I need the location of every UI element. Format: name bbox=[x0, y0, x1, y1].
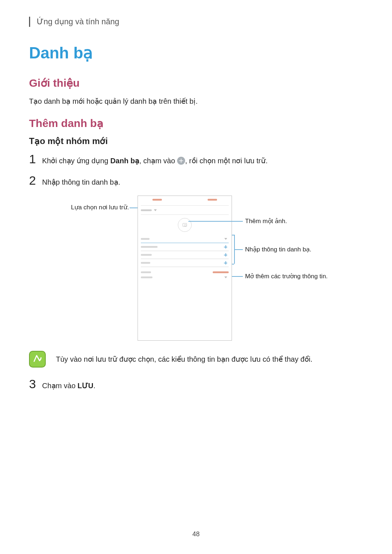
chevron-down-icon bbox=[224, 238, 227, 240]
step-3: 3 Chạm vào LƯU. bbox=[29, 378, 363, 391]
mock-save-chip bbox=[208, 199, 217, 201]
mock-header bbox=[138, 196, 232, 205]
callout-more: Mở thêm các trường thông tin. bbox=[245, 272, 328, 280]
step-number: 1 bbox=[29, 153, 42, 165]
plus-small-icon bbox=[224, 261, 227, 264]
step-3-text: Chạm vào LƯU. bbox=[42, 380, 95, 391]
mock-cancel-chip bbox=[152, 199, 162, 201]
step-1-text-c: , rồi chọn một nơi lưu trữ. bbox=[185, 157, 268, 165]
mock-screenshot bbox=[138, 196, 232, 341]
plus-small-icon bbox=[224, 253, 227, 257]
callout-storage: Lựa chọn nơi lưu trữ. bbox=[71, 204, 129, 211]
step-1: 1 Khởi chạy ứng dụng Danh bạ, chạm vào ,… bbox=[29, 153, 363, 166]
mock-group-row bbox=[141, 268, 229, 276]
step-number: 3 bbox=[29, 378, 42, 390]
callout-photo: Thêm một ảnh. bbox=[245, 217, 287, 225]
steps-list-continued: 3 Chạm vào LƯU. bbox=[29, 378, 363, 391]
callout-fields: Nhập thông tin danh bạ. bbox=[245, 246, 311, 253]
step-3-save-label: LƯU bbox=[78, 382, 94, 390]
step-3-text-b: . bbox=[93, 382, 95, 390]
chevron-down-icon bbox=[224, 276, 227, 278]
mock-phone-field bbox=[141, 251, 229, 259]
note-text: Tùy vào nơi lưu trữ được chọn, các kiểu … bbox=[56, 351, 313, 365]
figure: Lựa chọn nơi lưu trữ. bbox=[29, 196, 363, 341]
breadcrumb-text: Ứng dụng và tính năng bbox=[37, 17, 119, 26]
mock-email-field bbox=[141, 259, 229, 267]
chevron-down-icon bbox=[154, 209, 157, 211]
breadcrumb: Ứng dụng và tính năng bbox=[29, 17, 363, 27]
breadcrumb-bar-icon bbox=[29, 17, 30, 27]
section-add-subheading: Tạo một nhóm mới bbox=[29, 136, 363, 146]
page-title: Danh bạ bbox=[29, 44, 363, 62]
steps-list: 1 Khởi chạy ứng dụng Danh bạ, chạm vào ,… bbox=[29, 153, 363, 188]
section-intro-heading: Giới thiệu bbox=[29, 77, 363, 89]
mock-storage-row bbox=[141, 205, 229, 215]
step-2-text: Nhập thông tin danh bạ. bbox=[42, 177, 120, 188]
mock-org-field bbox=[141, 243, 229, 251]
step-1-text-b: , chạm vào bbox=[139, 157, 177, 165]
step-1-app-name: Danh bạ bbox=[110, 157, 139, 165]
step-3-text-a: Chạm vào bbox=[42, 382, 78, 390]
mock-photo-button bbox=[178, 218, 192, 232]
note-block: Tùy vào nơi lưu trữ được chọn, các kiểu … bbox=[29, 351, 363, 368]
step-1-text: Khởi chạy ứng dụng Danh bạ, chạm vào , r… bbox=[42, 155, 268, 166]
section-intro-body: Tạo danh bạ mới hoặc quản lý danh bạ trê… bbox=[29, 96, 363, 107]
section-add-heading: Thêm danh bạ bbox=[29, 117, 363, 130]
note-icon bbox=[29, 351, 46, 368]
step-number: 2 bbox=[29, 174, 42, 186]
mock-more-row bbox=[141, 276, 229, 278]
mock-name-field bbox=[141, 235, 229, 243]
page-number: 48 bbox=[0, 530, 392, 538]
plus-icon bbox=[177, 157, 185, 165]
plus-small-icon bbox=[224, 245, 227, 249]
camera-icon bbox=[183, 223, 187, 227]
step-1-text-a: Khởi chạy ứng dụng bbox=[42, 157, 110, 165]
step-2: 2 Nhập thông tin danh bạ. bbox=[29, 174, 363, 188]
